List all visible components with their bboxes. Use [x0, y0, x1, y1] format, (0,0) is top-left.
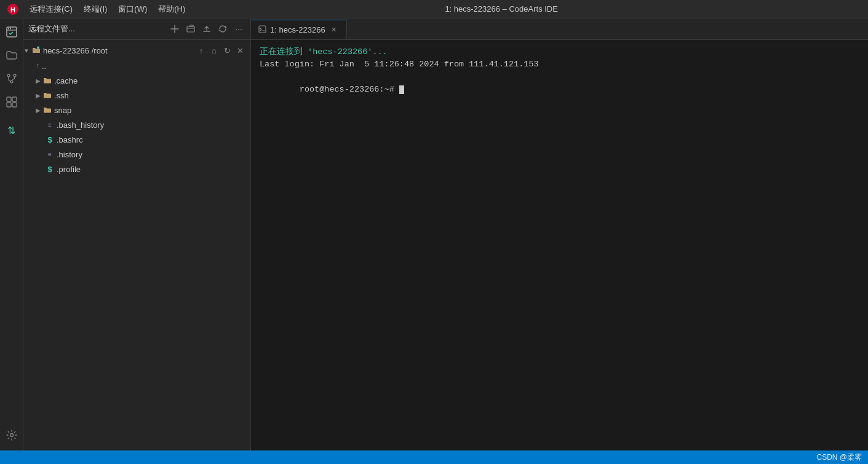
svg-point-6: [14, 74, 16, 77]
tab-terminal-icon: [258, 25, 266, 35]
title-bar-left: H 远程连接(C) 终端(I) 窗口(W) 帮助(H): [6, 2, 190, 17]
more-options-button[interactable]: ···: [232, 22, 245, 36]
file-tree: ▼ hecs-223266 /root ↑ ⌂ ↻ ✕ ↑ ..: [23, 40, 250, 450]
menu-remote-connect[interactable]: 远程连接(C): [25, 2, 78, 17]
chevron-snap: [36, 107, 41, 114]
history-label: .history: [57, 150, 82, 159]
tree-item-bashrc[interactable]: $ .bashrc: [23, 132, 250, 147]
sidebar-header-actions: ···: [168, 22, 245, 36]
refresh-button[interactable]: [216, 22, 229, 36]
svg-rect-10: [7, 103, 11, 107]
term-line-prompt: root@hecs-223266:~#: [260, 71, 859, 109]
term-line-connecting: 正在连接到 'hecs-223266'...: [260, 46, 859, 58]
ssh-label: .ssh: [54, 91, 69, 100]
menu-help[interactable]: 帮助(H): [153, 2, 190, 17]
new-file-button[interactable]: [168, 22, 181, 36]
bashrc-label: .bashrc: [57, 135, 83, 144]
term-line-login: Last login: Fri Jan 5 11:26:48 2024 from…: [260, 58, 859, 71]
tree-item-cache[interactable]: .cache: [23, 73, 250, 88]
tab-hecs[interactable]: 1: hecs-223266 ✕: [251, 20, 347, 39]
root-home[interactable]: ⌂: [209, 45, 220, 56]
menu-window[interactable]: 窗口(W): [113, 2, 152, 17]
sidebar-header: 远程文件管... ···: [23, 18, 250, 40]
title-bar-center: 1: hecs-223266 – CodeArts IDE: [445, 4, 558, 14]
tree-item-snap[interactable]: snap: [23, 103, 250, 117]
title-bar: H 远程连接(C) 终端(I) 窗口(W) 帮助(H) 1: hecs-2232…: [0, 0, 868, 18]
bash-history-label: .bash_history: [57, 120, 104, 130]
activity-remote-icon[interactable]: [1, 22, 22, 42]
svg-point-5: [7, 74, 10, 77]
activity-transfer-icon[interactable]: ⇅: [1, 120, 22, 141]
cache-label: .cache: [54, 76, 78, 85]
snap-label: snap: [54, 106, 71, 115]
svg-rect-8: [7, 97, 11, 101]
tab-close-button[interactable]: ✕: [329, 25, 339, 35]
sidebar-title: 远程文件管...: [28, 23, 75, 34]
term-cursor: [399, 85, 404, 94]
tab-hecs-label: 1: hecs-223266: [270, 25, 325, 34]
tree-parent-dir[interactable]: ↑ ..: [23, 58, 250, 73]
svg-point-3: [8, 28, 9, 29]
tree-root-item[interactable]: ▼ hecs-223266 /root ↑ ⌂ ↻ ✕: [23, 42, 250, 58]
chevron-ssh: [36, 92, 41, 99]
parent-dir-label: ..: [42, 61, 46, 71]
menu-terminal[interactable]: 终端(I): [79, 2, 112, 17]
status-bar: CSDN @柔雾: [0, 450, 868, 464]
main-layout: ⇅ 远程文件管...: [0, 18, 868, 450]
content-area: 1: hecs-223266 ✕ 正在连接到 'hecs-223266'... …: [251, 18, 868, 450]
tree-root-actions: ↑ ⌂ ↻ ✕: [196, 45, 245, 56]
svg-point-14: [37, 47, 39, 49]
activity-bar: ⇅: [0, 18, 23, 450]
tree-item-profile[interactable]: $ .profile: [23, 162, 250, 176]
activity-folder-icon[interactable]: [1, 45, 22, 66]
tab-bar: 1: hecs-223266 ✕: [251, 18, 868, 40]
svg-text:H: H: [10, 6, 15, 14]
svg-rect-13: [187, 26, 194, 32]
tree-item-history[interactable]: ≡ .history: [23, 147, 250, 162]
tree-item-bash-history[interactable]: ≡ .bash_history: [23, 117, 250, 132]
root-close[interactable]: ✕: [234, 45, 245, 56]
upload-button[interactable]: [200, 22, 213, 36]
profile-label: .profile: [57, 165, 81, 174]
menu-bar: 远程连接(C) 终端(I) 窗口(W) 帮助(H): [25, 2, 190, 17]
new-folder-button[interactable]: [184, 22, 197, 36]
svg-rect-15: [259, 26, 266, 33]
svg-rect-11: [12, 103, 17, 107]
tree-item-ssh[interactable]: .ssh: [23, 88, 250, 103]
activity-settings-icon[interactable]: [1, 425, 22, 446]
terminal[interactable]: 正在连接到 'hecs-223266'... Last login: Fri J…: [251, 40, 868, 450]
huawei-logo: H: [6, 2, 20, 16]
activity-git-icon[interactable]: [1, 68, 22, 89]
root-refresh[interactable]: ↻: [221, 45, 233, 56]
chevron-cache: [36, 77, 41, 84]
svg-rect-9: [12, 97, 17, 101]
svg-point-4: [10, 28, 11, 29]
svg-point-12: [10, 434, 13, 437]
root-go-up[interactable]: ↑: [196, 45, 207, 56]
activity-extensions-icon[interactable]: [1, 92, 22, 112]
status-bar-text: CSDN @柔雾: [816, 452, 862, 463]
root-folder-name: hecs-223266 /root: [43, 46, 193, 55]
sidebar: 远程文件管... ··· ▼: [23, 18, 251, 450]
